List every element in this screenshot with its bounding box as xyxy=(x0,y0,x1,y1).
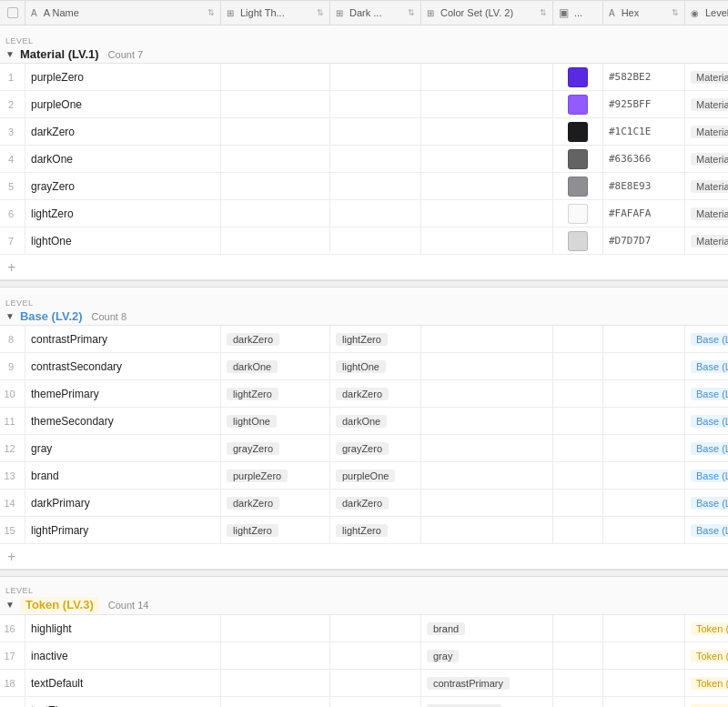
group-header-base: LEVEL ▼ Base (LV.2) Count 8 xyxy=(0,288,728,326)
row-dark-14: darkZero xyxy=(330,490,421,516)
header-checkbox[interactable] xyxy=(0,1,25,25)
row-light-14: darkZero xyxy=(221,490,330,516)
text-icon-hex: A xyxy=(609,8,615,18)
row-light-7 xyxy=(221,227,330,254)
row-checkbox-18[interactable]: 18 xyxy=(0,670,25,696)
level-badge-18: Token (LV.3) xyxy=(691,677,728,690)
row-14: 14 darkPrimary darkZero darkZero Base (L… xyxy=(0,490,728,517)
row-level-14: Base (LV.2) xyxy=(685,490,728,516)
row-checkbox-9[interactable]: 9 xyxy=(0,353,25,379)
row-checkbox-10[interactable]: 10 xyxy=(0,380,25,407)
row-checkbox-5[interactable]: 5 xyxy=(0,173,25,199)
row-checkbox-14[interactable]: 14 xyxy=(0,490,25,516)
row-colorset-12 xyxy=(421,435,553,461)
row-dark-4 xyxy=(330,146,421,172)
group-base: LEVEL ▼ Base (LV.2) Count 8 8 contrastPr… xyxy=(0,288,728,570)
chevron-icon-token[interactable]: ▼ xyxy=(5,600,15,610)
row-dark-3 xyxy=(330,118,421,145)
row-name-3: darkZero xyxy=(25,118,221,145)
level-badge-8: Base (LV.2) xyxy=(691,333,728,346)
row-checkbox-19[interactable]: 19 xyxy=(0,697,25,707)
row-colorset-2 xyxy=(421,91,553,117)
row-checkbox-1[interactable]: 1 xyxy=(0,64,25,90)
tag-colorset-16: brand xyxy=(427,622,465,635)
header-light[interactable]: ⊞ Light Th... ⇅ xyxy=(221,1,330,25)
row-name-8: contrastPrimary xyxy=(25,326,221,352)
row-checkbox-2[interactable]: 2 xyxy=(0,91,25,117)
tag-light-15: lightZero xyxy=(227,524,278,537)
row-colorset-3 xyxy=(421,118,553,145)
row-16: 16 highlight brand Token (LV.3) xyxy=(0,615,728,642)
row-level-4: Material (LV.1) xyxy=(685,146,728,172)
row-checkbox-17[interactable]: 17 xyxy=(0,642,25,669)
row-name-1: purpleZero xyxy=(25,64,221,90)
header-dark[interactable]: ⊞ Dark ... ⇅ xyxy=(330,1,421,25)
row-level-6: Material (LV.1) xyxy=(685,200,728,227)
row-name-7: lightOne xyxy=(25,227,221,254)
group-count-material: Count 7 xyxy=(108,49,144,60)
row-light-11: lightOne xyxy=(221,408,330,434)
row-dark-12: grayZero xyxy=(330,435,421,461)
row-level-13: Base (LV.2) xyxy=(685,462,728,489)
row-dark-2 xyxy=(330,91,421,117)
add-row-base[interactable]: + xyxy=(0,544,728,570)
group-material: LEVEL ▼ Material (LV.1) Count 7 1 purple… xyxy=(0,25,728,280)
row-dark-19 xyxy=(330,697,421,707)
row-name-10: themePrimary xyxy=(25,380,221,407)
row-checkbox-6[interactable]: 6 xyxy=(0,200,25,227)
header-swatch[interactable]: ▣ ... xyxy=(553,1,603,25)
color-swatch-1 xyxy=(568,67,588,87)
row-1: 1 purpleZero #582BE2 Material (LV.1) xyxy=(0,64,728,91)
chevron-icon-material[interactable]: ▼ xyxy=(5,49,15,59)
row-checkbox-8[interactable]: 8 xyxy=(0,326,25,352)
row-swatch-4 xyxy=(553,146,603,172)
row-level-12: Base (LV.2) xyxy=(685,435,728,461)
chevron-icon-base[interactable]: ▼ xyxy=(5,311,15,321)
group-token: LEVEL ▼ Token (LV.3) Count 14 16 highlig… xyxy=(0,577,728,707)
checkbox-icon xyxy=(7,7,18,18)
row-checkbox-16[interactable]: 16 xyxy=(0,615,25,641)
row-checkbox-3[interactable]: 3 xyxy=(0,118,25,145)
row-11: 11 themeSecondary lightOne darkOne Base … xyxy=(0,408,728,435)
row-hex-8 xyxy=(603,326,685,352)
header-name[interactable]: A A Name ⇅ xyxy=(25,1,221,25)
row-checkbox-4[interactable]: 4 xyxy=(0,146,25,172)
row-4: 4 darkOne #636366 Material (LV.1) xyxy=(0,146,728,173)
row-dark-17 xyxy=(330,642,421,669)
row-dark-8: lightZero xyxy=(330,326,421,352)
row-name-19: textTheme xyxy=(25,697,221,707)
table-icon-colorset: ⊞ xyxy=(427,8,434,18)
level-badge-5: Material (LV.1) xyxy=(691,180,728,193)
add-row-material[interactable]: + xyxy=(0,255,728,280)
group-title-token: Token (LV.3) xyxy=(20,597,99,612)
row-colorset-4 xyxy=(421,146,553,172)
row-checkbox-7[interactable]: 7 xyxy=(0,227,25,254)
row-dark-6 xyxy=(330,200,421,227)
row-swatch-13 xyxy=(553,462,603,489)
row-checkbox-13[interactable]: 13 xyxy=(0,462,25,489)
row-swatch-12 xyxy=(553,435,603,461)
row-dark-5 xyxy=(330,173,421,199)
row-checkbox-12[interactable]: 12 xyxy=(0,435,25,461)
tag-colorset-19: themePrimary xyxy=(427,704,501,708)
level-badge-2: Material (LV.1) xyxy=(691,98,728,111)
row-checkbox-11[interactable]: 11 xyxy=(0,408,25,434)
header-level[interactable]: ◉ Level ⇅ xyxy=(685,1,728,25)
row-light-6 xyxy=(221,200,330,227)
row-13: 13 brand purpleZero purpleOne Base (LV.2… xyxy=(0,462,728,490)
row-checkbox-15[interactable]: 15 xyxy=(0,517,25,543)
row-name-18: textDefault xyxy=(25,670,221,696)
level-label-material: LEVEL xyxy=(5,36,723,47)
add-icon-material: + xyxy=(7,259,15,276)
row-swatch-9 xyxy=(553,353,603,379)
sort-icon-light: ⇅ xyxy=(317,8,324,17)
row-colorset-17: gray xyxy=(421,642,553,669)
header-hex[interactable]: A Hex ⇅ xyxy=(603,1,685,25)
row-swatch-15 xyxy=(553,517,603,543)
tag-dark-11: darkOne xyxy=(336,415,387,428)
row-level-15: Base (LV.2) xyxy=(685,517,728,543)
section-divider-2 xyxy=(0,570,728,577)
row-5: 5 grayZero #8E8E93 Material (LV.1) xyxy=(0,173,728,200)
row-7: 7 lightOne #D7D7D7 Material (LV.1) xyxy=(0,227,728,255)
header-colorset[interactable]: ⊞ Color Set (LV. 2) ⇅ xyxy=(421,1,553,25)
